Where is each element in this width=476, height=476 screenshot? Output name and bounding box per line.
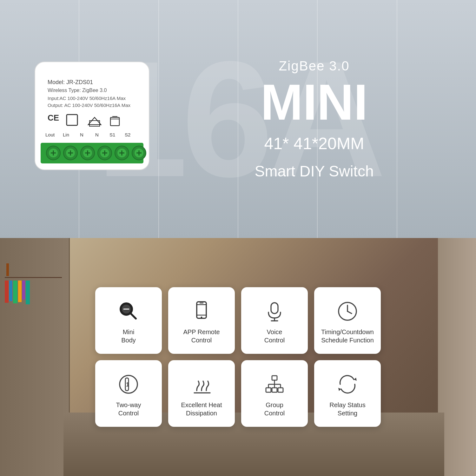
svg-rect-63: [272, 388, 277, 392]
feature-label-group-control: Group Control: [264, 401, 285, 417]
feature-card-group-control: Group Control: [241, 360, 308, 427]
feature-card-relay-status: Relay Status Setting: [314, 360, 381, 427]
feature-card-two-way: 1 Two-way Control: [95, 360, 162, 427]
svg-text:Output: AC 100-240V 50/60Hz16A: Output: AC 100-240V 50/60Hz16A Max: [48, 102, 130, 108]
svg-rect-52: [271, 303, 278, 314]
feature-card-mini-body: Mini Body: [95, 287, 162, 354]
switch-icon: 1: [116, 372, 141, 397]
magnifier-minus-icon: [116, 299, 141, 324]
smartphone-icon: [189, 299, 214, 324]
svg-point-50: [201, 316, 202, 318]
protocol-label: ZigBee 3.0: [178, 58, 451, 74]
svg-text:Lin: Lin: [63, 132, 69, 137]
feature-card-app-remote: APP Remote Control: [168, 287, 235, 354]
svg-rect-61: [272, 376, 277, 380]
svg-line-57: [347, 311, 352, 314]
product-name-label: Smart DIY Switch: [178, 162, 451, 180]
feature-label-timing: Timing/Countdown Schedule Function: [321, 328, 374, 344]
svg-marker-69: [354, 378, 357, 381]
bottom-section: Mini Body APP Remote Control Voice Contr…: [0, 238, 476, 476]
svg-text:Input:AC 100-240V 50/60Hz16A M: Input:AC 100-240V 50/60Hz16A Max: [48, 96, 126, 101]
feature-label-voice-control: Voice Control: [264, 328, 285, 344]
svg-rect-64: [278, 388, 283, 392]
product-title: MINI: [178, 77, 451, 128]
svg-text:Lout: Lout: [45, 132, 55, 137]
feature-card-heat-dissipation: Excellent Heat Dissipation: [168, 360, 235, 427]
features-grid: Mini Body APP Remote Control Voice Contr…: [95, 287, 381, 427]
device-image: Model: JR-ZDS01 Wireless Type: ZigBee 3.…: [25, 52, 159, 186]
svg-text:S2: S2: [125, 132, 130, 137]
feature-label-app-remote: APP Remote Control: [183, 328, 220, 344]
svg-text:N: N: [95, 132, 99, 137]
clock-icon: [335, 299, 360, 324]
svg-text:Model: JR-ZDS01: Model: JR-ZDS01: [48, 79, 93, 85]
feature-label-relay-status: Relay Status Setting: [329, 401, 365, 417]
svg-text:CE: CE: [48, 113, 59, 122]
feature-label-heat-dissipation: Excellent Heat Dissipation: [181, 401, 222, 417]
sync-icon: [335, 372, 360, 397]
heat-icon: [189, 372, 214, 397]
svg-text:1: 1: [126, 381, 129, 388]
network-icon: [262, 372, 287, 397]
feature-label-two-way: Two-way Control: [116, 401, 141, 417]
product-info: ZigBee 3.0 MINI 41* 41*20MM Smart DIY Sw…: [159, 58, 451, 180]
dimensions-label: 41* 41*20MM: [178, 134, 451, 153]
svg-text:N: N: [80, 132, 83, 137]
svg-text:Wireless Type: ZigBee 3.0: Wireless Type: ZigBee 3.0: [48, 88, 107, 93]
svg-line-46: [130, 313, 136, 319]
feature-card-timing: Timing/Countdown Schedule Function: [314, 287, 381, 354]
svg-rect-62: [266, 388, 271, 392]
svg-text:S1: S1: [109, 132, 115, 137]
feature-label-mini-body: Mini Body: [121, 328, 136, 344]
top-section: 16A Model: JR-ZDS01 Wireless Type: ZigBe…: [0, 0, 476, 238]
feature-card-voice-control: Voice Control: [241, 287, 308, 354]
microphone-icon: [262, 299, 287, 324]
svg-marker-70: [338, 388, 341, 391]
